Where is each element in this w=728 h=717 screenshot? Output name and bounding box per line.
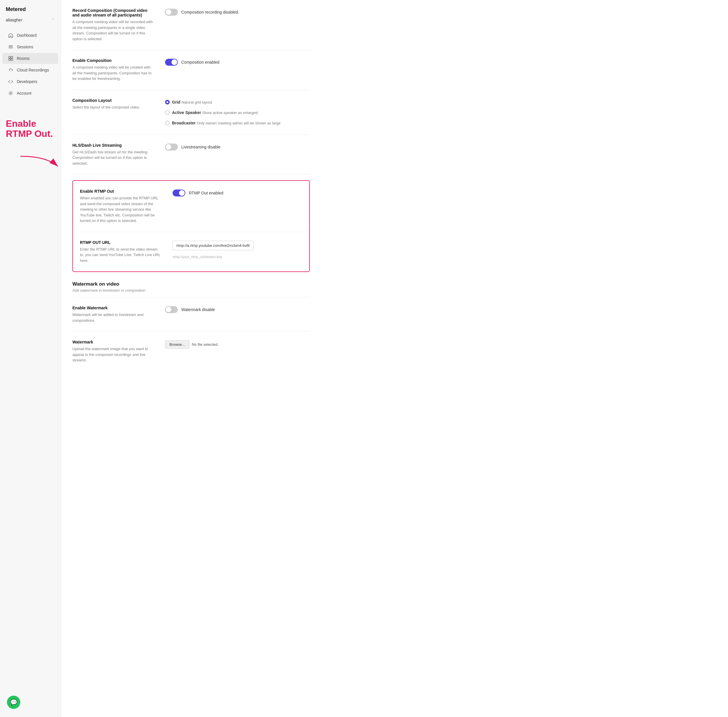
sidebar-item-dashboard[interactable]: Dashboard	[2, 30, 58, 41]
enable-composition-control: Composition enabled	[165, 58, 310, 66]
enable-watermark-desc: Watermark will be added to livestream an…	[72, 312, 153, 323]
rtmp-url-placeholder: rtmp://your_rtmp_url/stream-key	[173, 255, 302, 259]
rtmp-url-desc: Enter the RTMP URL to send the video str…	[80, 247, 161, 264]
sidebar-item-account[interactable]: Account	[2, 88, 58, 99]
hls-dash-label: HLS/Dash Live Streaming Get HLS/Dash liv…	[72, 143, 153, 166]
chat-button[interactable]: 💬	[7, 696, 20, 709]
sidebar-item-developers[interactable]: Developers	[2, 76, 58, 87]
toggle-track-on	[165, 59, 178, 66]
enable-composition-toggle-row: Composition enabled	[165, 59, 310, 66]
sidebar-label-account: Account	[17, 91, 32, 96]
composition-layout-label: Composition Layout Select the layout of …	[72, 98, 153, 110]
hls-dash-toggle-label: Livestreaming disable	[181, 145, 220, 149]
svg-rect-6	[11, 59, 13, 61]
record-composition-toggle-label: Composition recording disabled.	[181, 10, 239, 14]
sidebar-label-developers: Developers	[17, 79, 37, 84]
gear-icon	[8, 90, 13, 96]
active-speaker-desc: Show active speaker as enlarged	[202, 111, 258, 115]
rtmp-url-control: rtmp://your_rtmp_url/stream-key	[173, 240, 302, 259]
sidebar-label-cloud-recordings: Cloud Recordings	[17, 68, 49, 72]
broadcaster-label: Broadcaster	[172, 121, 196, 125]
enable-watermark-row: Enable Watermark Watermark will be added…	[72, 297, 310, 332]
watermark-upload-label: Watermark Upload the watermark image tha…	[72, 340, 153, 363]
hls-dash-desc: Get HLS/Dash live stream url for the mee…	[72, 149, 153, 166]
rtmp-url-row: RTMP OUT URL Enter the RTMP URL to send …	[73, 232, 309, 272]
rtmp-section: Enable RTMP Out When enabled you can pro…	[72, 180, 310, 272]
composition-layout-desc: Select the layout of the composed video.	[72, 104, 153, 110]
watermark-section-header: Watermark on video Add watermark in live…	[72, 278, 310, 293]
toggle-thumb	[166, 9, 171, 15]
record-composition-title: Record Composition (Composed video and a…	[72, 8, 153, 17]
hls-dash-row: HLS/Dash Live Streaming Get HLS/Dash liv…	[72, 135, 310, 175]
enable-composition-toggle[interactable]	[165, 59, 178, 66]
layout-active-speaker-option[interactable]: Active Speaker Show active speaker as en…	[165, 109, 310, 116]
watermark-section-subtitle: Add watermark in livestream or compositi…	[72, 288, 310, 293]
file-label: No file selected.	[192, 342, 219, 346]
record-composition-toggle[interactable]	[165, 9, 178, 15]
svg-point-7	[10, 93, 12, 94]
enable-watermark-toggle[interactable]	[165, 306, 178, 313]
toggle-track	[165, 9, 178, 15]
svg-rect-2	[9, 48, 13, 48]
watermark-browse-row: Browse... No file selected.	[165, 340, 310, 349]
sidebar-label-rooms: Rooms	[17, 56, 29, 61]
home-icon	[8, 33, 13, 38]
svg-rect-5	[9, 59, 11, 61]
svg-rect-4	[11, 56, 13, 58]
hls-toggle-track	[165, 143, 178, 151]
hls-dash-control: Livestreaming disable	[165, 143, 310, 151]
main-content: Record Composition (Composed video and a…	[61, 0, 728, 717]
rtmp-out-toggle[interactable]	[173, 189, 185, 197]
record-composition-row: Record Composition (Composed video and a…	[72, 0, 310, 50]
layout-grid-option[interactable]: Grid Natural grid layout	[165, 99, 310, 105]
app-logo: Metered	[0, 0, 61, 15]
rtmp-out-row: Enable RTMP Out When enabled you can pro…	[73, 181, 309, 232]
watermark-upload-row: Watermark Upload the watermark image tha…	[72, 332, 310, 371]
grid-icon	[8, 56, 13, 61]
watermark-section-title: Watermark on video	[72, 281, 310, 287]
watermark-upload-title: Watermark	[72, 340, 153, 344]
rtmp-section-wrapper: Enable RTMP Out When enabled you can pro…	[72, 174, 310, 278]
rtmp-url-label: RTMP OUT URL Enter the RTMP URL to send …	[80, 240, 161, 264]
chat-icon: 💬	[10, 699, 17, 706]
radio-active-speaker	[165, 110, 170, 115]
svg-rect-1	[9, 47, 13, 47]
composition-layout-title: Composition Layout	[72, 98, 153, 103]
rtmp-out-toggle-label: RTMP Out enabled	[189, 191, 223, 195]
composition-layout-control: Grid Natural grid layout Active Speaker …	[165, 98, 310, 127]
composition-layout-row: Composition Layout Select the layout of …	[72, 90, 310, 135]
toggle-thumb-on	[171, 59, 177, 65]
cloud-icon	[8, 67, 13, 73]
rtmp-out-control: RTMP Out enabled	[173, 189, 302, 197]
enable-composition-label: Enable Composition A composed meeting vi…	[72, 58, 153, 82]
code-icon	[8, 79, 13, 84]
active-speaker-label: Active Speaker	[172, 110, 201, 115]
watermark-upload-desc: Upload the watermark image that you want…	[72, 346, 153, 363]
username: aliasgher	[6, 18, 22, 22]
radio-broadcaster	[165, 121, 170, 125]
rtmp-url-input[interactable]	[173, 241, 254, 250]
hls-dash-toggle[interactable]	[165, 143, 178, 151]
enable-watermark-label: Enable Watermark Watermark will be added…	[72, 305, 153, 323]
hls-dash-title: HLS/Dash Live Streaming	[72, 143, 153, 148]
enable-watermark-title: Enable Watermark	[72, 305, 153, 310]
sidebar-item-rooms[interactable]: Rooms	[2, 53, 58, 64]
rtmp-toggle-thumb	[179, 190, 185, 196]
svg-rect-3	[9, 56, 11, 58]
layout-broadcaster-option[interactable]: Broadcaster Only owner/ meeting admin wi…	[165, 119, 310, 127]
record-composition-control: Composition recording disabled.	[165, 8, 310, 15]
rtmp-out-desc: When enabled you can provide the RTMP UR…	[80, 195, 161, 224]
grid-desc: Natural grid layout	[182, 100, 212, 104]
enable-composition-title: Enable Composition	[72, 58, 153, 63]
sidebar-item-sessions[interactable]: Sessions	[2, 41, 58, 52]
record-composition-desc: A composed meeting video will be recorde…	[72, 19, 153, 42]
user-menu[interactable]: aliasgher ⌃	[0, 15, 61, 27]
sidebar-item-cloud-recordings[interactable]: Cloud Recordings	[2, 64, 58, 76]
enable-composition-toggle-label: Composition enabled	[181, 60, 220, 64]
record-composition-toggle-row: Composition recording disabled.	[165, 9, 310, 15]
record-composition-label: Record Composition (Composed video and a…	[72, 8, 153, 42]
sidebar-label-dashboard: Dashboard	[17, 33, 37, 38]
browse-button[interactable]: Browse...	[165, 340, 190, 349]
watermark-toggle-track	[165, 306, 178, 313]
rtmp-out-title: Enable RTMP Out	[80, 189, 161, 194]
